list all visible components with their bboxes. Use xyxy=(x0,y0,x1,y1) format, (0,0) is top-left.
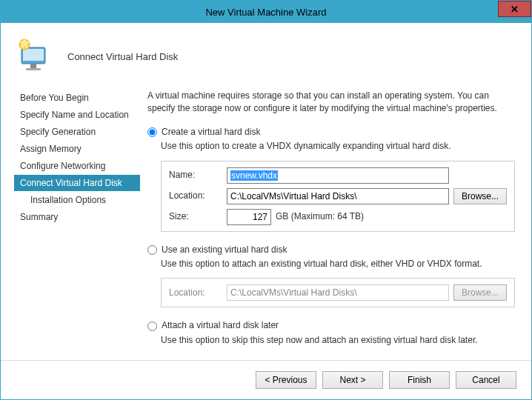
option-existing: Use an existing virtual hard disk Use th… xyxy=(147,244,515,308)
existing-location-input xyxy=(227,284,449,301)
next-button[interactable]: Next > xyxy=(322,371,383,389)
location-input[interactable] xyxy=(227,188,449,204)
radio-existing[interactable] xyxy=(147,245,157,255)
step-connect-vhd[interactable]: Connect Virtual Hard Disk xyxy=(14,175,140,191)
wizard-footer: < Previous Next > Finish Cancel xyxy=(1,360,531,399)
name-label: Name: xyxy=(169,169,221,181)
browse-button[interactable]: Browse... xyxy=(453,188,507,204)
step-installation-options[interactable]: Installation Options xyxy=(14,192,140,208)
titlebar: New Virtual Machine Wizard ✕ xyxy=(1,1,531,23)
wizard-window: New Virtual Machine Wizard ✕ Connect Vir… xyxy=(0,0,532,400)
window-title: New Virtual Machine Wizard xyxy=(205,7,326,18)
create-fieldset: Name: svnew.vhdx Location: Browse... Siz… xyxy=(161,161,515,232)
location-label: Location: xyxy=(169,190,221,202)
step-assign-memory[interactable]: Assign Memory xyxy=(14,141,140,157)
previous-button[interactable]: < Previous xyxy=(256,371,316,389)
step-summary[interactable]: Summary xyxy=(14,209,140,225)
step-specify-name[interactable]: Specify Name and Location xyxy=(14,107,140,123)
existing-location-label: Location: xyxy=(169,287,221,299)
radio-existing-sub: Use this option to attach an existing vi… xyxy=(161,258,515,270)
name-input[interactable]: svnew.vhdx xyxy=(227,167,449,184)
radio-later[interactable] xyxy=(147,321,157,331)
radio-later-sub: Use this option to skip this step now an… xyxy=(161,334,515,347)
svg-rect-2 xyxy=(30,64,36,68)
close-icon: ✕ xyxy=(511,4,519,15)
size-label: Size: xyxy=(169,210,221,223)
close-button[interactable]: ✕ xyxy=(498,1,531,17)
svg-rect-3 xyxy=(26,68,41,70)
step-configure-networking[interactable]: Configure Networking xyxy=(14,158,140,174)
radio-create-sub: Use this option to create a VHDX dynamic… xyxy=(161,140,515,153)
cancel-button[interactable]: Cancel xyxy=(456,371,516,389)
radio-later-label: Attach a virtual hard disk later xyxy=(162,319,279,332)
existing-fieldset: Location: Browse... xyxy=(161,278,515,307)
steps-sidebar: Before You Begin Specify Name and Locati… xyxy=(1,82,140,360)
existing-browse-button: Browse... xyxy=(453,284,507,301)
wizard-icon xyxy=(16,37,54,76)
size-input[interactable] xyxy=(227,209,271,225)
wizard-content: A virtual machine requires storage so th… xyxy=(140,82,531,360)
radio-existing-label: Use an existing virtual hard disk xyxy=(162,244,287,256)
wizard-header: Connect Virtual Hard Disk xyxy=(1,23,531,82)
radio-create-label: Create a virtual hard disk xyxy=(162,126,260,139)
wizard-body: Before You Begin Specify Name and Locati… xyxy=(1,82,531,360)
page-description: A virtual machine requires storage so th… xyxy=(147,90,515,116)
finish-button[interactable]: Finish xyxy=(389,371,450,389)
step-specify-generation[interactable]: Specify Generation xyxy=(14,124,140,140)
step-before-you-begin[interactable]: Before You Begin xyxy=(14,90,140,106)
svg-rect-1 xyxy=(23,49,44,61)
size-suffix: GB (Maximum: 64 TB) xyxy=(276,210,364,223)
page-title: Connect Virtual Hard Disk xyxy=(67,51,178,62)
option-create: Create a virtual hard disk Use this opti… xyxy=(147,126,515,232)
radio-create[interactable] xyxy=(147,127,157,137)
option-later: Attach a virtual hard disk later Use thi… xyxy=(147,319,515,347)
